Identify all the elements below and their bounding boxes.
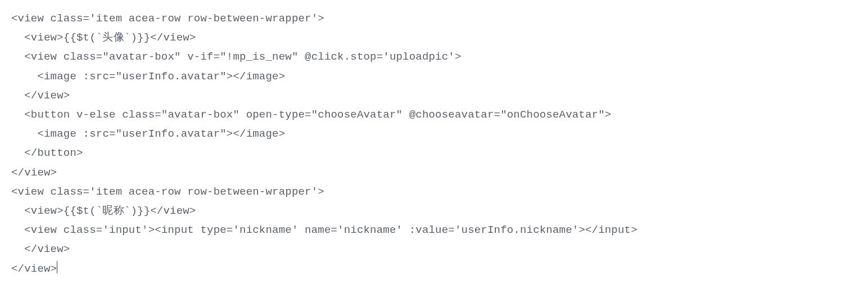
- code-line: <view class='input'><input type='nicknam…: [11, 224, 638, 236]
- code-line: <image :src="userInfo.avatar"></image>: [11, 128, 285, 140]
- code-line: <view>{{$t(`头像`)}}</view>: [11, 32, 196, 44]
- code-line: <view class="avatar-box" v-if="!mp_is_ne…: [11, 51, 462, 63]
- code-line: <button v-else class="avatar-box" open-t…: [11, 109, 611, 121]
- code-line: <view class='item acea-row row-between-w…: [11, 186, 324, 198]
- code-line: </view>: [11, 263, 57, 275]
- code-line: </view>: [11, 89, 70, 102]
- code-line: </view>: [11, 166, 57, 179]
- code-line: <view class='item acea-row row-between-w…: [11, 12, 324, 25]
- code-block[interactable]: <view class='item acea-row row-between-w…: [0, 0, 868, 287]
- code-line: <view>{{$t(`昵称`)}}</view>: [11, 205, 196, 217]
- code-line: </button>: [11, 147, 83, 159]
- text-cursor-icon: [57, 261, 57, 273]
- code-line: </view>: [11, 243, 70, 255]
- code-line: <image :src="userInfo.avatar"></image>: [11, 70, 285, 83]
